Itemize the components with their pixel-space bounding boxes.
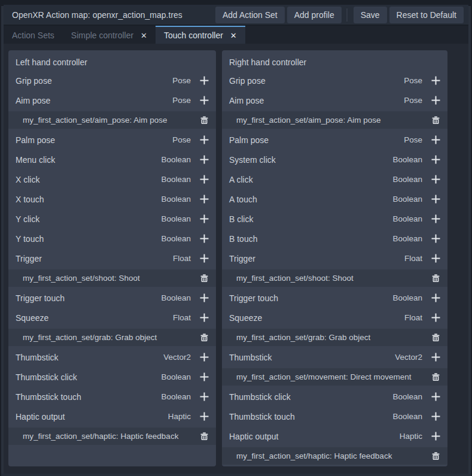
action-row: Trigger Float bbox=[222, 248, 447, 268]
add-binding-button[interactable] bbox=[428, 410, 443, 424]
add-binding-button[interactable] bbox=[197, 232, 211, 246]
add-binding-button[interactable] bbox=[197, 251, 211, 266]
add-binding-button[interactable] bbox=[197, 370, 211, 384]
tab-touch-controller[interactable]: Touch controller ✕ bbox=[156, 26, 245, 44]
add-binding-button[interactable] bbox=[428, 192, 443, 207]
binding-label: my_first_action_set/haptic: Haptic feedb… bbox=[236, 451, 428, 460]
plus-icon bbox=[199, 174, 209, 184]
action-label: Y click bbox=[16, 214, 161, 224]
add-binding-button[interactable] bbox=[428, 350, 443, 365]
action-label: Haptic output bbox=[229, 432, 400, 441]
action-label: Palm pose bbox=[229, 135, 404, 145]
add-binding-button[interactable] bbox=[197, 153, 211, 167]
action-label: Y touch bbox=[16, 234, 161, 244]
panel-title: Left hand controller bbox=[8, 54, 216, 71]
remove-binding-button[interactable] bbox=[197, 113, 211, 128]
plus-icon bbox=[431, 293, 441, 303]
tab-simple-controller[interactable]: Simple controller ✕ bbox=[63, 26, 156, 44]
action-type-label: Float bbox=[404, 313, 422, 322]
add-binding-button[interactable] bbox=[197, 410, 211, 424]
tab-label: Simple controller bbox=[71, 31, 133, 40]
binding-label: my_first_action_set/aim_pose: Aim pose bbox=[236, 116, 428, 125]
reset-to-default-button[interactable]: Reset to Default bbox=[389, 7, 464, 23]
add-binding-button[interactable] bbox=[428, 153, 443, 167]
remove-binding-button[interactable] bbox=[197, 271, 211, 286]
plus-icon bbox=[431, 154, 441, 165]
action-rows: Grip pose Pose Aim pose Pose my_first_ac… bbox=[8, 71, 216, 445]
action-label: Aim pose bbox=[16, 96, 172, 105]
action-type-label: Vector2 bbox=[395, 353, 422, 362]
plus-icon bbox=[199, 352, 209, 362]
action-row: Thumbstick touch Boolean bbox=[8, 387, 216, 407]
add-binding-button[interactable] bbox=[428, 429, 443, 444]
add-binding-button[interactable] bbox=[197, 192, 211, 207]
add-binding-button[interactable] bbox=[197, 390, 211, 404]
add-binding-button[interactable] bbox=[197, 311, 211, 325]
add-binding-button[interactable] bbox=[428, 390, 443, 404]
remove-binding-button[interactable] bbox=[197, 331, 211, 345]
action-label: Trigger bbox=[229, 254, 404, 263]
add-binding-button[interactable] bbox=[428, 232, 443, 246]
add-binding-button[interactable] bbox=[428, 212, 443, 226]
action-type-label: Boolean bbox=[392, 412, 422, 421]
action-type-label: Pose bbox=[404, 96, 422, 105]
add-binding-button[interactable] bbox=[428, 291, 443, 305]
action-type-label: Pose bbox=[172, 135, 191, 144]
binding-row: my_first_action_set/grab: Grab object bbox=[222, 329, 447, 346]
add-binding-button[interactable] bbox=[428, 172, 443, 187]
action-type-label: Boolean bbox=[392, 155, 422, 164]
action-label: Thumbstick bbox=[16, 353, 163, 362]
add-binding-button[interactable] bbox=[197, 212, 211, 226]
close-icon[interactable]: ✕ bbox=[230, 32, 237, 40]
add-binding-button[interactable] bbox=[428, 133, 443, 147]
plus-icon bbox=[199, 95, 209, 105]
action-row: Palm pose Pose bbox=[222, 130, 447, 150]
add-binding-button[interactable] bbox=[197, 291, 211, 305]
remove-binding-button[interactable] bbox=[428, 113, 443, 128]
add-binding-button[interactable] bbox=[197, 172, 211, 187]
action-label: Thumbstick touch bbox=[16, 392, 161, 402]
remove-binding-button[interactable] bbox=[428, 449, 443, 463]
action-row: Trigger touch Boolean bbox=[8, 288, 216, 308]
tab-bar: Action Sets ✕ Simple controller ✕ Touch … bbox=[4, 26, 468, 44]
trash-icon bbox=[200, 274, 209, 283]
add-profile-button[interactable]: Add profile bbox=[287, 7, 342, 23]
action-label: A click bbox=[229, 175, 392, 184]
add-binding-button[interactable] bbox=[197, 133, 211, 147]
action-row: Thumbstick Vector2 bbox=[8, 347, 216, 367]
action-row: System click Boolean bbox=[222, 150, 447, 169]
save-button[interactable]: Save bbox=[354, 7, 387, 23]
plus-icon bbox=[199, 372, 209, 382]
binding-row: my_first_action_set/grab: Grab object bbox=[8, 329, 216, 346]
action-row: Squeeze Float bbox=[222, 308, 447, 328]
add-binding-button[interactable] bbox=[428, 93, 443, 108]
add-binding-button[interactable] bbox=[428, 311, 443, 325]
add-action-set-button[interactable]: Add Action Set bbox=[215, 7, 285, 23]
action-type-label: Pose bbox=[404, 135, 422, 144]
binding-label: my_first_action_set/grab: Grab object bbox=[23, 333, 197, 342]
trash-icon bbox=[200, 432, 209, 441]
add-binding-button[interactable] bbox=[428, 251, 443, 266]
action-type-label: Boolean bbox=[161, 175, 191, 184]
tab-action-sets[interactable]: Action Sets ✕ bbox=[4, 26, 63, 44]
close-icon[interactable]: ✕ bbox=[141, 32, 147, 40]
plus-icon bbox=[431, 392, 441, 402]
add-binding-button[interactable] bbox=[197, 93, 211, 108]
plus-icon bbox=[199, 234, 209, 244]
action-label: Grip pose bbox=[229, 76, 404, 86]
plus-icon bbox=[431, 194, 441, 204]
action-row: X click Boolean bbox=[8, 169, 216, 189]
remove-binding-button[interactable] bbox=[428, 331, 443, 345]
plus-icon bbox=[431, 234, 441, 244]
action-type-label: Boolean bbox=[161, 234, 191, 243]
add-binding-button[interactable] bbox=[197, 350, 211, 365]
remove-binding-button[interactable] bbox=[428, 370, 443, 384]
add-binding-button[interactable] bbox=[197, 74, 211, 88]
action-row: Thumbstick Vector2 bbox=[222, 347, 447, 367]
tab-label: Touch controller bbox=[164, 31, 223, 40]
remove-binding-button[interactable] bbox=[197, 429, 211, 444]
action-row: Palm pose Pose bbox=[8, 130, 216, 150]
remove-binding-button[interactable] bbox=[428, 271, 443, 286]
add-binding-button[interactable] bbox=[428, 74, 443, 88]
action-row: X touch Boolean bbox=[8, 189, 216, 209]
